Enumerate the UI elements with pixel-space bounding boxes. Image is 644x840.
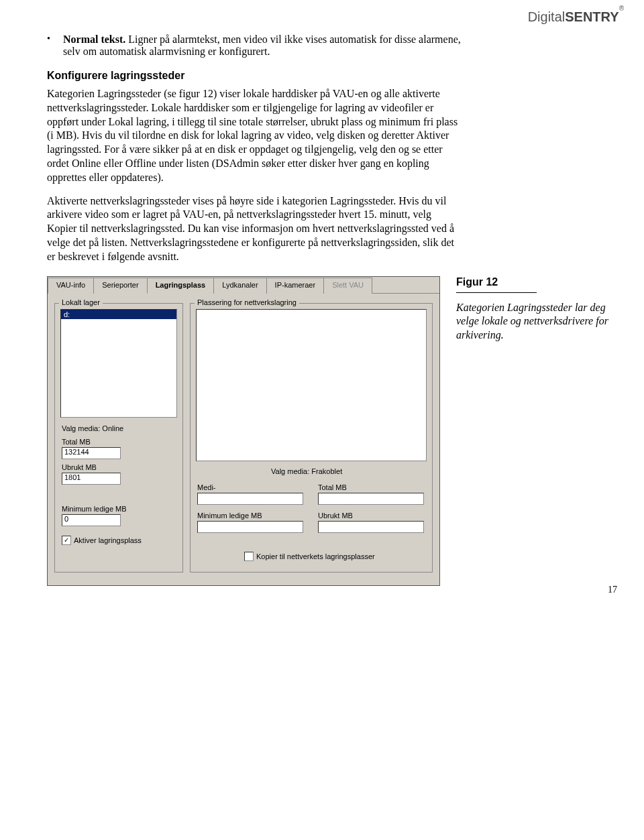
local-drive-item[interactable]: d: (61, 310, 176, 319)
checkbox-copy-to-network[interactable]: Kopier til nettverkets lagringsplasser (244, 552, 375, 561)
local-drive-list[interactable]: d: (60, 309, 177, 418)
checkbox-copy-label: Kopier til nettverkets lagringsplasser (256, 552, 375, 560)
label-total-mb: Total MB (62, 438, 91, 446)
tab-lydkanaler[interactable]: Lydkanaler (213, 278, 266, 294)
figure-rule (456, 292, 537, 293)
label-unused-mb: Ubrukt MB (62, 463, 97, 471)
field-net-media[interactable] (197, 493, 303, 505)
label-net-unused: Ubrukt MB (318, 512, 353, 520)
brand-logo: DigitalSENTRY® (528, 9, 624, 25)
tab-strip: VAU-info Serieporter Lagringsplass Lydka… (48, 277, 439, 294)
label-media-status: Valg media: Online (62, 424, 123, 432)
checkbox-activate-label: Aktiver lagringsplass (74, 536, 142, 544)
check-icon: ✓ (62, 536, 71, 545)
bullet-text: Normal tekst. Ligner på alarmtekst, men … (63, 34, 463, 58)
label-col-total: Total MB (318, 483, 347, 491)
figure-caption: Figur 12 Kategorien Lagringssteder lar d… (456, 276, 610, 343)
paragraph-2: Aktiverte nettverkslagringssteder vises … (47, 194, 463, 264)
field-net-unused[interactable] (318, 521, 424, 533)
tab-vau-info[interactable]: VAU-info (48, 278, 94, 294)
tab-lagringsplass[interactable]: Lagringsplass (147, 278, 215, 294)
figure-title: Figur 12 (456, 276, 610, 288)
checkbox-activate-storage[interactable]: ✓ Aktiver lagringsplass (62, 536, 142, 545)
field-net-total[interactable] (318, 493, 424, 505)
checkbox-empty-icon (244, 552, 254, 561)
field-total-mb[interactable]: 132144 (62, 447, 121, 459)
bullet-item: • Normal tekst. Ligner på alarmtekst, me… (47, 34, 463, 58)
network-location-list[interactable] (196, 309, 427, 461)
bullet-dot: • (47, 34, 63, 58)
tab-slett-vau: Slett VAU (323, 278, 372, 294)
label-net-min-free: Minimum ledige MB (197, 512, 262, 520)
field-unused-mb[interactable]: 1801 (62, 473, 121, 485)
label-net-media-status: Valg media: Frakoblet (271, 467, 342, 475)
figure-screenshot: VAU-info Serieporter Lagringsplass Lydka… (47, 276, 440, 586)
label-min-free: Minimum ledige MB (62, 505, 127, 513)
field-net-min-free[interactable] (197, 521, 303, 533)
tab-serieporter[interactable]: Serieporter (93, 278, 147, 294)
figure-description: Kategorien Lagringssteder lar deg velge … (456, 301, 610, 343)
tab-ip-kameraer[interactable]: IP-kameraer (266, 278, 325, 294)
group-network-storage: Plassering for nettverkslagring Valg med… (190, 303, 433, 573)
field-min-free[interactable]: 0 (62, 514, 121, 526)
page-number: 17 (608, 585, 617, 595)
paragraph-1: Kategorien Lagringssteder (se figur 12) … (47, 87, 463, 185)
group-legend-local: Lokalt lager (59, 298, 103, 306)
section-heading: Konfigurere lagringssteder (47, 70, 610, 82)
label-col-media: Medi- (197, 483, 216, 491)
group-legend-network: Plassering for nettverkslagring (195, 298, 299, 306)
group-local-storage: Lokalt lager d: Valg media: Online Total… (54, 303, 183, 573)
bullet-lead: Normal tekst. (63, 34, 125, 45)
